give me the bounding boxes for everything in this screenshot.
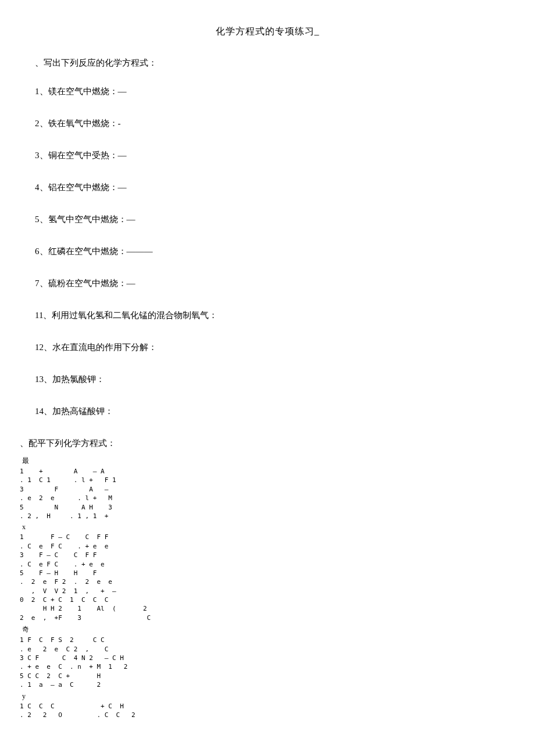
sub-x: x — [22, 523, 515, 532]
equation-block-3-line-4: . + e e C . n + M 1 2 — [20, 662, 515, 671]
question-11: 11、利用过氧化氢和二氧化锰的混合物制氧气： — [35, 310, 515, 321]
question-7: 7、硫粉在空气中燃烧：— — [35, 278, 515, 289]
equation-block-1-line-3: 3 F A — — [20, 485, 515, 494]
equation-block-1-line-4: . e 2 e . l + M — [20, 494, 515, 502]
equation-block-3-line-1: 1 F C F S 2 C C — [20, 636, 515, 644]
sub-xi: y — [22, 692, 515, 701]
equation-block-2-line-8: 0 2 C + C 1 C C C — [20, 595, 515, 604]
equation-block-2-line-3: 3 F – C C F F — [20, 551, 515, 559]
equation-block-3-line-3: 3 C F C 4 N 2 – C H — [20, 654, 515, 662]
equation-block-4-line-1: 1 C C C + C H — [20, 702, 515, 711]
equation-block-2-line-2: . C e F C . + e e — [20, 542, 515, 551]
equation-block-2-line-4: . C e F C . + e e — [20, 560, 515, 569]
equation-block-3-line-6: . 1 a – a C 2 — [20, 680, 515, 689]
equation-block-3-line-5: 5 C C 2 C + H — [20, 672, 515, 680]
equation-block-2-line-5: 5 F – H H F — [20, 569, 515, 577]
equation-block-1-line-6: . 2 , H . 1 , 1 + — [20, 512, 515, 520]
equation-block-4-line-2: . 2 2 O . C C 2 — [20, 711, 515, 719]
equation-block-2-line-7: , V V 2 1 , + – — [20, 587, 515, 595]
equation-block-1-line-5: 5 N A H 3 — [20, 503, 515, 512]
equation-block-1-line-2: . 1 C 1 . l + F 1 — [20, 476, 515, 484]
question-2: 2、铁在氧气中燃烧：- — [35, 118, 515, 129]
sub-qi: 奇 — [22, 625, 515, 634]
question-13: 13、加热氯酸钾： — [35, 374, 515, 385]
equation-block-1-line-1: 1 + A – A — [20, 467, 515, 476]
question-4: 4、铝在空气中燃烧：— — [35, 182, 515, 193]
question-12: 12、水在直流电的作用下分解： — [35, 342, 515, 353]
section1-head: 、写出下列反应的化学方程式： — [35, 58, 515, 69]
equation-block-2-line-9: H H 2 1 Al ( 2 — [20, 604, 515, 613]
question-14: 14、加热高锰酸钾： — [35, 406, 515, 417]
page-title: 化学方程式的专项练习_ — [20, 26, 515, 38]
equation-block-2-line-6: . 2 e F 2 . 2 e e — [20, 577, 515, 586]
section2-head: 、配平下列化学方程式： — [20, 438, 515, 449]
question-1: 1、镁在空气中燃烧：— — [35, 86, 515, 97]
question-6: 6、红磷在空气中燃烧：——— — [35, 246, 515, 257]
equation-block-2-line-10: 2 e , +F 3 C — [20, 614, 515, 622]
equation-block-2-line-1: 1 F – C C F F — [20, 533, 515, 541]
question-5: 5、氢气中空气中燃烧：— — [35, 214, 515, 225]
sub-zui: 最 — [22, 456, 515, 466]
equation-block-3-line-2: . e 2 e C 2 , C — [20, 645, 515, 654]
question-3: 3、铜在空气中受热：— — [35, 150, 515, 161]
